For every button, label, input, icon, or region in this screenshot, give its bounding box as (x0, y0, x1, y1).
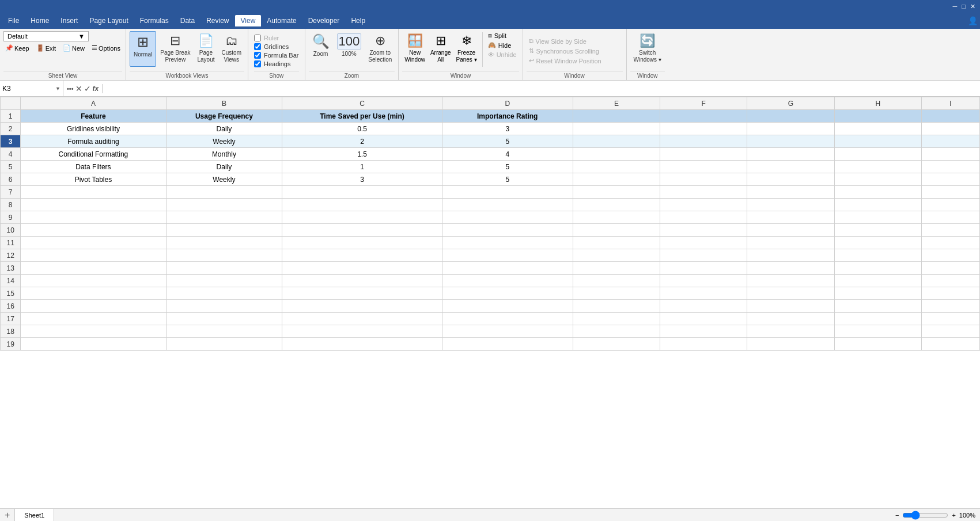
cell[interactable] (166, 313, 282, 325)
formula-input[interactable] (103, 85, 980, 93)
cell[interactable] (166, 300, 282, 313)
cell[interactable] (573, 338, 660, 351)
cell[interactable] (922, 199, 980, 211)
cell[interactable]: 5 (442, 173, 573, 186)
cell[interactable] (442, 287, 573, 300)
cell[interactable] (922, 249, 980, 262)
cell[interactable] (573, 186, 660, 199)
cell[interactable] (834, 123, 921, 135)
cell[interactable] (834, 300, 921, 313)
col-header-B[interactable]: B (166, 97, 282, 110)
cell[interactable] (21, 275, 166, 287)
cell[interactable] (747, 249, 834, 262)
cell[interactable] (660, 148, 747, 161)
menu-review[interactable]: Review (200, 15, 234, 26)
cell[interactable] (747, 224, 834, 237)
menu-data[interactable]: Data (175, 15, 200, 26)
window-controls[interactable]: ─ □ ✕ (953, 3, 975, 10)
cell[interactable] (747, 313, 834, 325)
cell[interactable]: Time Saved per Use (min) (282, 110, 442, 123)
menu-view[interactable]: View (235, 15, 262, 26)
formula-bar-checkbox-label[interactable]: Formula Bar (254, 52, 299, 59)
cell[interactable]: Monthly (166, 148, 282, 161)
cell[interactable] (166, 249, 282, 262)
cell[interactable] (922, 161, 980, 173)
menu-insert[interactable]: Insert (55, 15, 84, 26)
cell[interactable] (573, 237, 660, 249)
cell[interactable] (573, 300, 660, 313)
freeze-panes-btn[interactable]: ❄ FreezePanes ▾ (454, 31, 479, 67)
zoom-to-selection-btn[interactable]: ⊕ Zoom toSelection (365, 31, 395, 67)
row-number[interactable]: 7 (1, 186, 21, 199)
cell[interactable] (660, 173, 747, 186)
cell[interactable] (282, 338, 442, 351)
cell[interactable] (922, 338, 980, 351)
cell[interactable] (282, 249, 442, 262)
cell[interactable] (573, 211, 660, 224)
cell[interactable] (834, 313, 921, 325)
row-number[interactable]: 3 (1, 135, 21, 148)
row-number[interactable]: 17 (1, 313, 21, 325)
cell[interactable] (922, 224, 980, 237)
cell[interactable]: Pivot Tables (21, 173, 166, 186)
menu-help[interactable]: Help (345, 15, 371, 26)
headings-checkbox[interactable] (254, 60, 261, 67)
cell[interactable] (834, 173, 921, 186)
cell[interactable] (166, 186, 282, 199)
cell[interactable] (21, 186, 166, 199)
split-btn[interactable]: ⧈ Split (486, 31, 519, 40)
cell[interactable] (660, 211, 747, 224)
cell[interactable] (21, 313, 166, 325)
cell[interactable] (573, 313, 660, 325)
confirm-btn[interactable]: ✓ (84, 84, 91, 93)
cell[interactable] (922, 287, 980, 300)
cell[interactable] (573, 161, 660, 173)
ruler-checkbox[interactable] (254, 35, 261, 41)
cell[interactable] (442, 313, 573, 325)
cell[interactable] (442, 325, 573, 338)
row-number[interactable]: 9 (1, 211, 21, 224)
cell[interactable] (660, 275, 747, 287)
cell[interactable] (747, 275, 834, 287)
maximize-btn[interactable]: □ (962, 3, 966, 10)
cell[interactable] (922, 300, 980, 313)
row-number[interactable]: 11 (1, 237, 21, 249)
cell[interactable]: Weekly (166, 173, 282, 186)
minimize-btn[interactable]: ─ (953, 3, 958, 10)
formula-bar-checkbox[interactable] (254, 52, 261, 59)
cell[interactable] (442, 199, 573, 211)
cell[interactable] (573, 199, 660, 211)
gridlines-checkbox-label[interactable]: Gridlines (254, 43, 299, 50)
cell[interactable] (282, 275, 442, 287)
cell[interactable] (282, 287, 442, 300)
cell[interactable]: Formula auditing (21, 135, 166, 148)
cell[interactable]: 5 (442, 135, 573, 148)
cell[interactable] (660, 199, 747, 211)
row-number[interactable]: 8 (1, 199, 21, 211)
cell[interactable] (166, 199, 282, 211)
cell[interactable] (660, 224, 747, 237)
cell[interactable] (747, 123, 834, 135)
cell[interactable] (660, 287, 747, 300)
cell[interactable]: Daily (166, 161, 282, 173)
ruler-checkbox-label[interactable]: Ruler (254, 35, 299, 41)
account-icon[interactable]: 👤 (968, 16, 978, 25)
cell[interactable] (442, 224, 573, 237)
cell[interactable] (573, 173, 660, 186)
menu-home[interactable]: Home (25, 15, 55, 26)
new-window-btn[interactable]: 🪟 NewWindow (402, 31, 427, 67)
cell[interactable] (660, 325, 747, 338)
cell[interactable] (660, 135, 747, 148)
cell[interactable] (834, 135, 921, 148)
cell[interactable] (747, 287, 834, 300)
row-number[interactable]: 19 (1, 338, 21, 351)
row-number[interactable]: 1 (1, 110, 21, 123)
custom-views-btn[interactable]: 🗂 CustomViews (219, 31, 244, 67)
page-break-preview-btn[interactable]: ⊟ Page BreakPreview (157, 31, 193, 67)
cell[interactable] (922, 237, 980, 249)
cell[interactable]: Data Filters (21, 161, 166, 173)
row-number[interactable]: 2 (1, 123, 21, 135)
cell[interactable]: 5 (442, 161, 573, 173)
cell[interactable] (282, 237, 442, 249)
cell[interactable] (573, 224, 660, 237)
